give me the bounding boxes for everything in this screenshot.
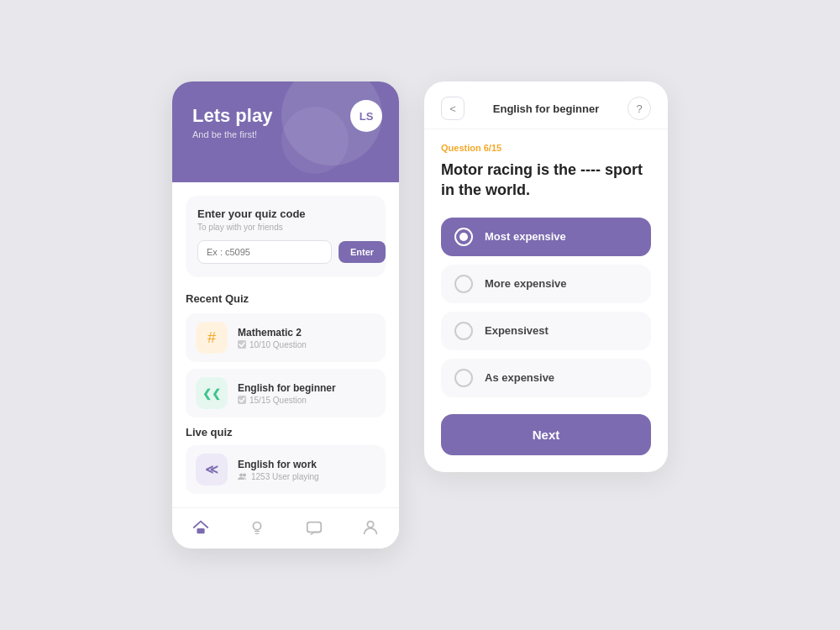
person-icon [361, 518, 380, 537]
live-quiz-label: Live quiz [186, 426, 386, 438]
quiz-code-title: Enter your quiz code [197, 207, 374, 220]
back-button[interactable]: < [441, 97, 465, 120]
math-icon: # [196, 322, 228, 354]
left-phone-card: Lets play And be the first! LS Enter you… [172, 81, 399, 549]
home-icon [192, 518, 210, 537]
nav-bulb[interactable] [248, 518, 266, 537]
svg-point-5 [254, 522, 261, 530]
quiz-item-meta-english: 15/15 Question [238, 396, 375, 405]
recent-quiz-label: Recent Quiz [186, 292, 386, 305]
live-item-english-work[interactable]: ≪ English for work 1253 User playing [186, 445, 386, 494]
phone-body: Enter your quiz code To play with yor fr… [172, 182, 399, 507]
bottom-nav [172, 507, 399, 549]
english-beginner-icon: ❮❮ [196, 377, 228, 409]
nav-home[interactable] [192, 518, 210, 537]
nav-chat[interactable] [305, 518, 323, 537]
quiz-code-subtitle: To play with yor friends [197, 223, 374, 232]
quiz-item-name-math: Mathematic 2 [238, 327, 375, 339]
quiz-code-input-row: Enter [197, 240, 374, 264]
radio-3 [454, 369, 473, 387]
quiz-code-box: Enter your quiz code To play with yor fr… [186, 196, 386, 277]
check-icon-math [238, 340, 246, 349]
quiz-item-info-english: English for beginner 15/15 Question [238, 382, 375, 405]
right-quiz-card: < English for beginner ? Question 6/15 M… [424, 81, 668, 472]
quiz-item-math[interactable]: # Mathematic 2 10/10 Question [186, 313, 386, 362]
svg-point-7 [368, 522, 374, 528]
quiz-code-input[interactable] [197, 240, 332, 264]
quiz-item-meta-math: 10/10 Question [238, 340, 375, 349]
help-button[interactable]: ? [627, 97, 651, 120]
app-container: Lets play And be the first! LS Enter you… [139, 48, 701, 582]
quiz-item-english-beginner[interactable]: ❮❮ English for beginner 15/15 Question [186, 369, 386, 417]
check-icon-english [238, 396, 246, 404]
svg-point-2 [239, 474, 243, 477]
chat-icon [305, 518, 323, 537]
live-item-info: English for work 1253 User playing [238, 459, 375, 481]
svg-rect-6 [307, 522, 322, 533]
phone-header: Lets play And be the first! LS [172, 81, 399, 182]
quiz-item-info-math: Mathematic 2 10/10 Question [238, 327, 375, 349]
nav-person[interactable] [361, 518, 380, 537]
quiz-card-title: English for beginner [493, 102, 599, 115]
header-circle-deco2 [281, 107, 349, 174]
answer-option-1[interactable]: More expensive [441, 265, 651, 303]
next-button[interactable]: Next [441, 414, 651, 455]
users-icon [238, 472, 248, 480]
quiz-card-header: < English for beginner ? [424, 81, 668, 129]
quiz-card-body: Question 6/15 Motor racing is the ---- s… [424, 129, 668, 397]
question-label: Question 6/15 [441, 143, 651, 153]
answer-option-0[interactable]: Most expensive [441, 218, 651, 256]
answer-text-1: More expensive [485, 277, 567, 290]
live-item-users: 1253 User playing [238, 472, 375, 481]
answer-text-0: Most expensive [485, 230, 566, 243]
bulb-icon [248, 518, 266, 537]
svg-point-3 [243, 474, 246, 477]
answer-option-3[interactable]: As expensive [441, 359, 651, 397]
svg-rect-4 [197, 528, 204, 533]
answer-text-2: Expensivest [485, 324, 549, 337]
question-text: Motor racing is the ---- sport in the wo… [441, 160, 651, 201]
radio-2 [454, 322, 473, 340]
quiz-item-name-english: English for beginner [238, 382, 375, 394]
radio-inner-0 [459, 233, 468, 241]
live-item-name: English for work [238, 459, 375, 470]
radio-1 [454, 275, 473, 293]
english-work-icon: ≪ [196, 454, 228, 486]
answer-option-2[interactable]: Expensivest [441, 312, 651, 350]
avatar: LS [350, 100, 382, 132]
answer-text-3: As expensive [485, 371, 554, 384]
radio-0 [454, 228, 473, 246]
enter-button[interactable]: Enter [339, 241, 386, 263]
